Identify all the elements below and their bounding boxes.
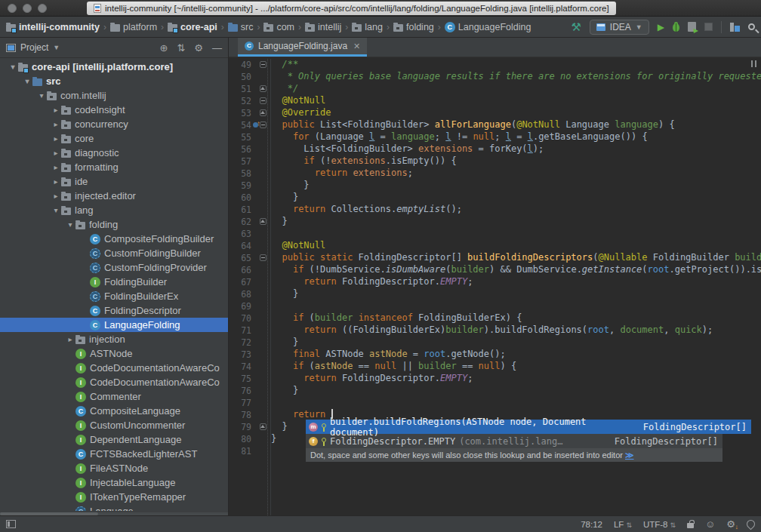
debug-icon[interactable] xyxy=(673,23,679,32)
tree-item-concurrency[interactable]: ▸concurrency xyxy=(0,117,228,131)
code-line-63[interactable] xyxy=(271,228,761,240)
tree-item-core-api-intellij-platform-core[interactable]: ▾core-api [intellij.platform.core] xyxy=(0,60,228,74)
breadcrumb-platform[interactable]: platform xyxy=(110,22,157,32)
code-line-69[interactable] xyxy=(271,300,761,312)
tree-collapsed-arrow-icon[interactable]: ▸ xyxy=(65,335,75,343)
fold-end-icon[interactable] xyxy=(260,109,267,116)
breadcrumb-core-api[interactable]: core-api xyxy=(168,22,217,32)
breadcrumb-folding[interactable]: folding xyxy=(393,22,434,32)
tree-expanded-arrow-icon[interactable]: ▾ xyxy=(8,63,18,71)
tree-item-codedocumentationawareco[interactable]: ICodeDocumentationAwareCo xyxy=(0,375,228,389)
overrides-method-icon[interactable] xyxy=(253,121,260,128)
tree-collapsed-arrow-icon[interactable]: ▸ xyxy=(51,192,61,200)
code-line-76[interactable]: } xyxy=(271,385,761,397)
tree-expanded-arrow-icon[interactable]: ▾ xyxy=(22,77,32,85)
breadcrumb-com[interactable]: com xyxy=(263,22,294,32)
tree-collapsed-arrow-icon[interactable]: ▸ xyxy=(51,134,61,143)
code-line-55[interactable]: for (Language l = language; l != null; l… xyxy=(271,131,761,143)
tree-item-src[interactable]: ▾src xyxy=(0,74,228,88)
tree-item-foldingdescriptor[interactable]: CFoldingDescriptor xyxy=(0,303,228,318)
run-icon[interactable]: ▶ xyxy=(658,21,664,33)
tab-languagefolding-java[interactable]: C LanguageFolding.java ✕ xyxy=(238,38,367,57)
code-line-65[interactable]: public static FoldingDescriptor[] buildF… xyxy=(271,252,761,264)
code-line-70[interactable]: if (builder instanceof FoldingBuilderEx)… xyxy=(271,312,761,324)
settings-gear-icon[interactable]: ⚙ xyxy=(194,42,203,54)
build-hammer-icon[interactable]: ⚒ xyxy=(571,21,581,33)
breadcrumb-languagefolding[interactable]: CLanguageFolding xyxy=(445,22,531,32)
code-line-52[interactable]: @NotNull xyxy=(271,95,761,107)
tree-item-foldingbuilderex[interactable]: CFoldingBuilderEx xyxy=(0,289,228,303)
tree-item-com-intellij[interactable]: ▾com.intellij xyxy=(0,88,228,103)
code-line-68[interactable]: } xyxy=(271,288,761,300)
encoding-selector[interactable]: UTF-8⇅ xyxy=(643,520,676,529)
code-line-61[interactable]: return Collections.emptyList(); xyxy=(271,204,761,216)
code-line-58[interactable]: return extensions; xyxy=(271,168,761,180)
hide-icon[interactable]: — xyxy=(212,42,222,54)
tree-item-fctsbackedlighterast[interactable]: CFCTSBackedLighterAST xyxy=(0,447,228,461)
tree-item-lang[interactable]: ▾lang xyxy=(0,203,228,217)
tree-item-foldingbuilder[interactable]: IFoldingBuilder xyxy=(0,275,228,289)
fold-collapse-icon[interactable] xyxy=(260,97,267,104)
caret-position[interactable]: 78:12 xyxy=(581,520,602,529)
locate-icon[interactable]: ⊕ xyxy=(160,42,168,54)
project-structure-icon[interactable] xyxy=(730,23,740,32)
chevron-down-icon[interactable]: ▼ xyxy=(53,44,60,51)
code-line-49[interactable]: /** xyxy=(271,59,761,71)
fold-collapse-icon[interactable] xyxy=(260,254,267,261)
line-separator-selector[interactable]: LF⇅ xyxy=(614,520,632,529)
code-line-59[interactable]: } xyxy=(271,180,761,192)
update-icon[interactable]: ⚙ xyxy=(726,518,735,530)
code-line-75[interactable]: return FoldingDescriptor.EMPTY; xyxy=(271,373,761,385)
collapse-all-icon[interactable]: ⇅ xyxy=(177,42,185,54)
minimize-button[interactable] xyxy=(23,4,32,13)
code-line-71[interactable]: return ((FoldingBuilderEx)builder).build… xyxy=(271,324,761,337)
code-line-74[interactable]: if (astNode == null || builder == null) … xyxy=(271,361,761,373)
code-line-56[interactable]: List<FoldingBuilder> extensions = forKey… xyxy=(271,143,761,155)
tree-item-commenter[interactable]: ICommenter xyxy=(0,389,228,404)
tree-item-languagefolding[interactable]: CLanguageFolding xyxy=(0,318,228,332)
tree-item-dependentlanguage[interactable]: IDependentLanguage xyxy=(0,432,228,447)
tree-item-ide[interactable]: ▸ide xyxy=(0,174,228,189)
tree-item-codeinsight[interactable]: ▸codeInsight xyxy=(0,103,228,117)
tree-collapsed-arrow-icon[interactable]: ▸ xyxy=(51,163,61,171)
tree-item-fileastnode[interactable]: IFileASTNode xyxy=(0,461,228,475)
close-tab-icon[interactable]: ✕ xyxy=(353,42,360,51)
stop-icon[interactable] xyxy=(704,23,713,31)
tree-expanded-arrow-icon[interactable]: ▾ xyxy=(65,220,75,229)
tree-item-compositefoldingbuilder[interactable]: CCompositeFoldingBuilder xyxy=(0,232,228,246)
breadcrumb-src[interactable]: src xyxy=(228,22,254,32)
lock-icon[interactable] xyxy=(687,523,694,528)
tree-item-codedocumentationawareco[interactable]: ICodeDocumentationAwareCo xyxy=(0,361,228,375)
toolwindow-toggle-icon[interactable] xyxy=(6,520,16,528)
tree-item-itokentyperemapper[interactable]: IITokenTypeRemapper xyxy=(0,490,228,504)
run-configuration-selector[interactable]: IDEA ▼ xyxy=(590,20,649,35)
hint-more-link[interactable]: ≫ xyxy=(625,451,634,460)
tree-collapsed-arrow-icon[interactable]: ▸ xyxy=(51,106,61,114)
code-line-72[interactable]: } xyxy=(271,337,761,349)
code-line-51[interactable]: */ xyxy=(271,83,761,95)
completion-item-foldingdescriptor-empty[interactable]: fFoldingDescriptor.EMPTY (com.intellij.l… xyxy=(306,434,722,448)
fold-end-icon[interactable] xyxy=(260,85,267,92)
breadcrumb-intellij[interactable]: intellij xyxy=(305,22,341,32)
fold-collapse-icon[interactable] xyxy=(260,121,267,128)
tree-expanded-arrow-icon[interactable]: ▾ xyxy=(51,206,61,214)
fold-collapse-icon[interactable] xyxy=(260,61,267,68)
code-line-54[interactable]: public List<FoldingBuilder> allForLangua… xyxy=(271,119,761,131)
tree-item-injection[interactable]: ▸injection xyxy=(0,332,228,346)
notification-bubble-icon[interactable] xyxy=(745,518,757,530)
tree-item-language[interactable]: CLanguage xyxy=(0,504,228,511)
code-line-77[interactable] xyxy=(271,397,761,409)
fold-end-icon[interactable] xyxy=(260,218,267,225)
code-line-66[interactable]: if (!DumbService.isDumbAware(builder) &&… xyxy=(271,264,761,276)
tree-collapsed-arrow-icon[interactable]: ▸ xyxy=(51,120,61,128)
coverage-icon[interactable] xyxy=(688,22,696,32)
code-line-60[interactable]: } xyxy=(271,192,761,204)
tree-item-customfoldingprovider[interactable]: CCustomFoldingProvider xyxy=(0,260,228,275)
tree-item-folding[interactable]: ▾folding xyxy=(0,217,228,232)
code-line-50[interactable]: * Only queries base language results if … xyxy=(271,71,761,83)
tree-item-astnode[interactable]: IASTNode xyxy=(0,346,228,361)
code-line-57[interactable]: if (!extensions.isEmpty()) { xyxy=(271,155,761,168)
tree-collapsed-arrow-icon[interactable]: ▸ xyxy=(51,177,61,186)
tree-item-customuncommenter[interactable]: ICustomUncommenter xyxy=(0,418,228,432)
tree-expanded-arrow-icon[interactable]: ▾ xyxy=(36,91,47,100)
